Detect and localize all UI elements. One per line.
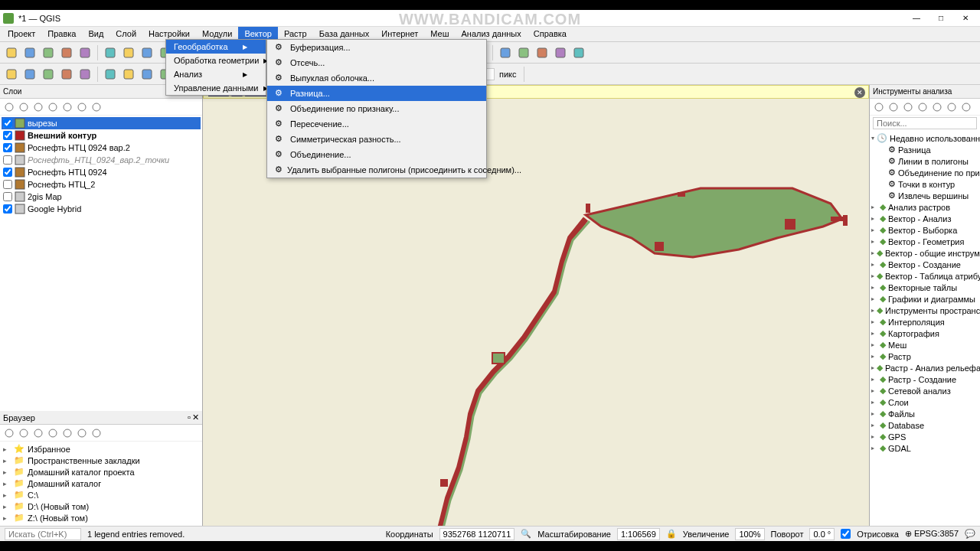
layers-tb-btn-4[interactable]: [61, 101, 74, 113]
analysis-tb-btn-0[interactable]: [873, 101, 885, 113]
layer-row[interactable]: Роснефть_НТЦ_0924_вар.2_точки: [2, 154, 201, 166]
browser-item[interactable]: ▸📁D:\ (Новый том): [3, 500, 199, 512]
geoprocessing-item[interactable]: ⚙Пересечение...: [267, 116, 486, 132]
minimize-button[interactable]: —: [905, 11, 928, 25]
toolbar-button-3[interactable]: [58, 44, 75, 61]
expand-icon[interactable]: ▸: [3, 480, 11, 487]
toolbar-button-0[interactable]: [3, 66, 20, 83]
analysis-group[interactable]: ▸◆Инструменты пространствен...: [871, 305, 978, 316]
analysis-recent-item[interactable]: ⚙Линии в полигоны: [871, 155, 978, 167]
analysis-group[interactable]: ▸◆GPS: [871, 431, 978, 442]
browser-tb-btn-6[interactable]: [90, 427, 103, 439]
layer-row[interactable]: Роснефть НТЦ_2: [2, 178, 201, 191]
layers-list[interactable]: вырезыВнешний контурРоснефть НТЦ 0924 ва…: [0, 116, 202, 411]
menu-вид[interactable]: Вид: [82, 27, 109, 41]
layers-tb-btn-0[interactable]: [3, 101, 15, 113]
geoprocessing-item[interactable]: ⚙Разница...: [267, 86, 486, 101]
menu-слой[interactable]: Слой: [109, 27, 142, 41]
analysis-recent-group[interactable]: ▾🕓Недавно использованные: [871, 132, 978, 144]
layers-tb-btn-5[interactable]: [76, 101, 88, 113]
browser-item[interactable]: ▸📁Z:\ (Новый том): [3, 512, 199, 523]
locator-input[interactable]: [5, 528, 81, 540]
toolbar-button-27[interactable]: [534, 44, 550, 61]
analysis-group[interactable]: ▸◆Векторные тайлы: [871, 282, 978, 293]
analysis-group[interactable]: ▸◆Вектор - Анализ: [871, 213, 978, 224]
layer-row[interactable]: Google Hybrid: [2, 203, 201, 215]
analysis-recent-item[interactable]: ⚙Разница: [871, 144, 978, 155]
toolbar-button-1[interactable]: [21, 44, 38, 61]
panel-close-icon[interactable]: ✕: [192, 412, 199, 422]
analysis-recent-item[interactable]: ⚙Объединение по признаку: [871, 167, 978, 178]
toolbar-button-4[interactable]: [77, 44, 93, 61]
vector-menu-item[interactable]: Управление данными▶: [166, 81, 266, 95]
expand-icon[interactable]: ▸: [3, 445, 11, 453]
analysis-group[interactable]: ▸◆Анализ растров: [871, 201, 978, 213]
geoprocessing-item[interactable]: ⚙Симметрическая разность...: [267, 132, 486, 147]
toolbar-button-5[interactable]: [102, 66, 119, 83]
layers-tb-btn-1[interactable]: [18, 101, 30, 113]
toolbar-button-6[interactable]: [120, 44, 137, 61]
layer-visibility-checkbox[interactable]: [3, 119, 12, 128]
expand-icon[interactable]: ▸: [3, 457, 11, 465]
layers-tb-btn-6[interactable]: [90, 101, 103, 113]
toolbar-button-2[interactable]: [40, 66, 57, 83]
layer-visibility-checkbox[interactable]: [3, 131, 12, 140]
zoom-value[interactable]: 100%: [735, 528, 764, 540]
analysis-group[interactable]: ▸◆Растр: [871, 350, 978, 362]
analysis-tb-btn-3[interactable]: [916, 101, 929, 113]
browser-tb-btn-2[interactable]: [32, 427, 44, 439]
analysis-search-input[interactable]: [873, 117, 977, 129]
layer-visibility-checkbox[interactable]: [3, 155, 12, 165]
browser-tb-btn-4[interactable]: [61, 427, 74, 439]
analysis-tb-btn-1[interactable]: [887, 101, 900, 113]
vector-menu-item[interactable]: Анализ▶: [166, 67, 266, 81]
analysis-group[interactable]: ▸◆Вектор - Таблица атрибутов: [871, 270, 978, 282]
analysis-group[interactable]: ▸◆Меш: [871, 339, 978, 350]
panel-dock-icon[interactable]: ▫: [188, 412, 191, 422]
browser-tb-btn-3[interactable]: [47, 427, 59, 439]
toolbar-button-7[interactable]: [139, 44, 155, 61]
geoprocessing-item[interactable]: ⚙Объединение...: [267, 147, 486, 162]
analysis-group[interactable]: ▸◆Вектор - общие инструменты: [871, 247, 978, 259]
geoprocessing-item[interactable]: ⚙Объединение по признаку...: [267, 101, 486, 116]
analysis-group[interactable]: ▸◆Растр - Создание: [871, 373, 978, 385]
analysis-group[interactable]: ▸◆Графики и диаграммы: [871, 293, 978, 305]
vector-menu-dropdown[interactable]: Геообработка▶Обработка геометрии▶Анализ▶…: [165, 39, 266, 96]
layer-visibility-checkbox[interactable]: [3, 192, 12, 201]
toolbar-button-6[interactable]: [120, 66, 137, 83]
toolbar-button-0[interactable]: [3, 44, 20, 61]
analysis-tb-btn-4[interactable]: [931, 101, 943, 113]
coord-value[interactable]: 9352768 1120711: [439, 528, 515, 540]
toolbar-button-5[interactable]: [102, 44, 119, 61]
geoprocessing-submenu[interactable]: ⚙Буферизация...⚙Отсечь...⚙Выпуклая оболо…: [266, 39, 487, 178]
analysis-recent-item[interactable]: ⚙Точки в контур: [871, 178, 978, 190]
analysis-group[interactable]: ▸◆Интерполяция: [871, 316, 978, 328]
analysis-tb-btn-2[interactable]: [902, 101, 914, 113]
analysis-recent-item[interactable]: ⚙Извлечь вершины: [871, 190, 978, 201]
toolbar-button-3[interactable]: [58, 66, 75, 83]
vector-menu-item[interactable]: Геообработка▶: [166, 40, 266, 54]
messages-icon[interactable]: 💬: [965, 529, 975, 539]
browser-item[interactable]: ▸📁C:\: [3, 489, 199, 500]
browser-tb-btn-0[interactable]: [3, 427, 15, 439]
menu-справка[interactable]: Справка: [528, 27, 573, 41]
toolbar-button-28[interactable]: [552, 44, 569, 61]
analysis-group[interactable]: ▸◆Вектор - Выборка: [871, 224, 978, 236]
layer-visibility-checkbox[interactable]: [3, 143, 12, 152]
layers-tb-btn-2[interactable]: [32, 101, 44, 113]
geoprocessing-item[interactable]: ⚙Выпуклая оболочка...: [267, 70, 486, 86]
analysis-tree[interactable]: ▾🕓Недавно использованные⚙Разница⚙Линии в…: [870, 131, 980, 526]
scale-value[interactable]: 1:106569: [617, 528, 660, 540]
browser-item[interactable]: ▸📁Домашний каталог проекта: [3, 466, 199, 478]
analysis-tb-btn-5[interactable]: [946, 101, 958, 113]
layer-row[interactable]: 2gis Map: [2, 191, 201, 203]
toolbar-button-26[interactable]: [515, 44, 532, 61]
analysis-tb-btn-6[interactable]: [960, 101, 972, 113]
expand-icon[interactable]: ▸: [3, 503, 11, 510]
geoprocessing-item[interactable]: ⚙Буферизация...: [267, 40, 486, 55]
toolbar-button-1[interactable]: [21, 66, 38, 83]
crs-button[interactable]: ⊕ EPSG:3857: [905, 529, 959, 539]
vector-menu-item[interactable]: Обработка геометрии▶: [166, 54, 266, 67]
browser-item[interactable]: ▸📁Домашний каталог: [3, 478, 199, 489]
geoprocessing-item[interactable]: ⚙Удалить выбранные полигоны (присоединит…: [267, 162, 486, 178]
